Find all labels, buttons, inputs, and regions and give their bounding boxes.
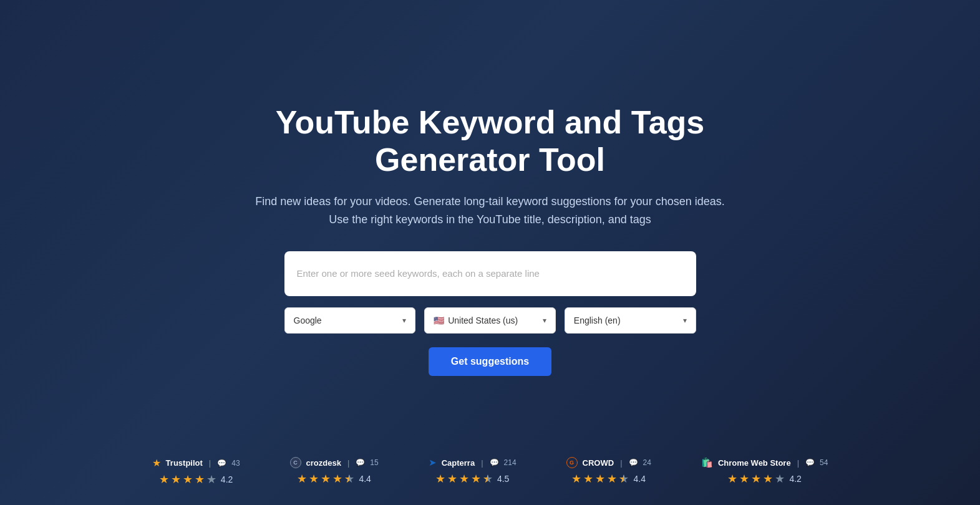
rating-header-capterra: ➤ Capterra | 💬 214 [429,457,517,468]
capterra-icon: ➤ [429,457,437,468]
platform-name-crowd: CROWD [583,458,614,468]
rating-capterra: ➤ Capterra | 💬 214 ★ ★ ★ ★ ★★ 4.5 [429,457,517,486]
chrome-icon: 🛍️ [701,457,713,468]
language-value: English (en) [574,315,621,325]
platform-name-trustpilot: Trustpilot [166,458,203,468]
main-title: YouTube Keyword and Tags Generator Tool [210,104,771,179]
trustpilot-icon: ★ [152,457,161,469]
stars-chrome: ★ ★ ★ ★ ★ 4.2 [727,472,801,486]
rating-chrome-web-store: 🛍️ Chrome Web Store | 💬 54 ★ ★ ★ ★ ★ 4.2 [701,457,828,486]
country-value: United States (us) [448,315,543,325]
rating-crozdesk: C crozdesk | 💬 15 ★ ★ ★ ★ ★★ 4.4 [290,457,379,486]
search-box [284,251,696,296]
crowd-icon: G [566,457,578,468]
comment-icon-trustpilot: 💬 [217,459,226,468]
rating-count-crowd: 24 [643,458,651,467]
rating-count-crozdesk: 15 [370,458,378,467]
keyword-input[interactable] [297,261,684,286]
platform-name-capterra: Capterra [442,458,475,468]
rating-header-trustpilot: ★ Trustpilot | 💬 43 [152,457,240,469]
rating-count-chrome: 54 [820,458,828,467]
rating-header-chrome: 🛍️ Chrome Web Store | 💬 54 [701,457,828,468]
country-dropdown[interactable]: 🇺🇸 United States (us) ▾ [424,307,556,334]
stars-trustpilot: ★ ★ ★ ★ ★ 4.2 [159,473,233,486]
chevron-down-icon: ▾ [402,316,406,325]
engine-dropdown[interactable]: Google ▾ [284,307,416,334]
subtitle: Find new ideas for your videos. Generate… [253,193,727,229]
language-dropdown[interactable]: English (en) ▾ [565,307,696,334]
chevron-down-icon: ▾ [683,316,687,325]
hero-section: YouTube Keyword and Tags Generator Tool … [0,104,980,375]
engine-value: Google [294,315,322,325]
stars-capterra: ★ ★ ★ ★ ★★ 4.5 [435,472,509,486]
rating-header-crozdesk: C crozdesk | 💬 15 [290,457,379,468]
platform-name-crozdesk: crozdesk [306,458,341,468]
comment-icon-crowd: 💬 [629,458,638,467]
rating-trustpilot: ★ Trustpilot | 💬 43 ★ ★ ★ ★ ★ 4.2 [152,457,240,486]
get-suggestions-button[interactable]: Get suggestions [429,347,551,376]
chevron-down-icon: ▾ [543,316,546,325]
controls-row: Google ▾ 🇺🇸 United States (us) ▾ English… [284,307,696,334]
rating-count-trustpilot: 43 [231,459,240,468]
rating-count-capterra: 214 [504,458,517,467]
comment-icon-capterra: 💬 [490,458,499,467]
comment-icon-crozdesk: 💬 [356,458,365,467]
ratings-row: ★ Trustpilot | 💬 43 ★ ★ ★ ★ ★ 4.2 C croz… [0,457,980,486]
stars-crowd: ★ ★ ★ ★ ★★ 4.4 [571,472,645,486]
rating-header-crowd: G CROWD | 💬 24 [566,457,651,468]
stars-crozdesk: ★ ★ ★ ★ ★★ 4.4 [297,472,371,486]
country-flag: 🇺🇸 [434,315,444,325]
rating-crowd: G CROWD | 💬 24 ★ ★ ★ ★ ★★ 4.4 [566,457,651,486]
platform-name-chrome: Chrome Web Store [718,458,791,468]
crozdesk-icon: C [290,457,301,468]
comment-icon-chrome: 💬 [805,458,815,467]
